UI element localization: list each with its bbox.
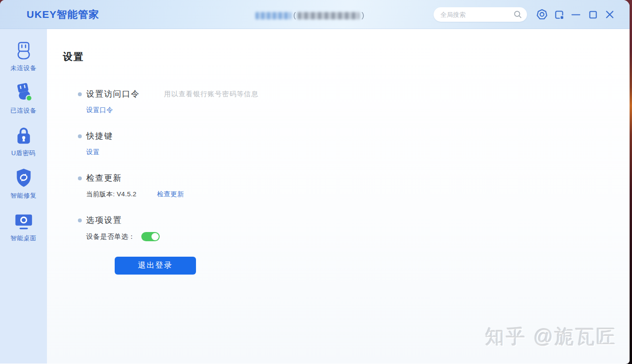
sidebar-item-label: 未连设备: [11, 64, 37, 73]
sidebar-item-connected-devices[interactable]: 已连设备: [0, 83, 47, 115]
settings-icon[interactable]: [536, 9, 548, 20]
sidebar-item-label: 已连设备: [11, 106, 37, 115]
section-title: 设置访问口令: [86, 88, 140, 100]
sidebar-item-label: 智能桌面: [11, 234, 37, 243]
section-options: 选项设置 设备是否单选：: [78, 215, 630, 242]
shortcut-settings-link[interactable]: 设置: [86, 147, 100, 158]
masked-username: [256, 12, 291, 19]
bullet-icon: [78, 218, 82, 222]
paren-close: ): [361, 11, 364, 20]
toggle-knob: [151, 233, 159, 240]
app-window: UKEY智能管家 ( ): [0, 0, 630, 364]
app-title: UKEY智能管家: [27, 8, 99, 21]
single-select-label: 设备是否单选：: [86, 231, 135, 242]
lock-icon: [15, 125, 33, 146]
sidebar-item-smart-desktop[interactable]: 智能桌面: [0, 210, 47, 243]
sidebar-item-smart-repair[interactable]: 智能修复: [0, 168, 47, 200]
paren-open: (: [293, 11, 296, 20]
current-version-text: 当前版本: V4.5.2: [86, 189, 136, 200]
single-select-toggle[interactable]: [141, 232, 160, 241]
desktop-background: UKEY智能管家 ( ): [0, 0, 632, 364]
section-check-update: 检查更新 当前版本: V4.5.2 检查更新: [78, 173, 630, 200]
section-hint: 用以查看银行账号密码等信息: [164, 90, 258, 99]
sidebar-item-ushield-password[interactable]: U盾密码: [0, 125, 47, 158]
close-icon[interactable]: [604, 9, 616, 20]
maximize-icon[interactable]: [587, 9, 599, 20]
section-title: 快捷键: [86, 131, 113, 142]
bullet-icon: [78, 92, 82, 96]
logout-button[interactable]: 退出登录: [115, 257, 196, 275]
watermark: 知乎 @旎瓦匠: [485, 323, 617, 350]
minimize-icon[interactable]: [570, 9, 582, 20]
check-update-link[interactable]: 检查更新: [157, 189, 184, 200]
section-access-password: 设置访问口令 用以查看银行账号密码等信息 设置口令: [78, 88, 630, 116]
sidebar-item-label: U盾密码: [11, 149, 35, 158]
settings-page: 设置 设置访问口令 用以查看银行账号密码等信息 设置口令: [47, 29, 630, 364]
shield-sync-icon: [15, 168, 33, 188]
masked-ip: [298, 12, 360, 19]
desktop-icon: [14, 210, 34, 231]
plug-outline-icon: [15, 40, 33, 60]
title-bar-controls: [434, 0, 616, 29]
search-icon[interactable]: [513, 10, 523, 21]
global-search: [434, 7, 527, 22]
mini-mode-icon[interactable]: [553, 9, 565, 20]
sidebar-item-label: 智能修复: [11, 191, 37, 200]
bullet-icon: [78, 134, 82, 138]
sidebar: 未连设备 已连设备: [0, 29, 47, 364]
title-bar: UKEY智能管家 ( ): [0, 0, 630, 29]
section-title: 选项设置: [86, 215, 122, 226]
page-title: 设置: [47, 29, 630, 63]
sidebar-item-unconnected-devices[interactable]: 未连设备: [0, 40, 47, 73]
plug-connected-icon: [14, 83, 34, 103]
user-info-masked: ( ): [256, 11, 364, 20]
section-shortcut-keys: 快捷键 设置: [78, 131, 630, 158]
section-title: 检查更新: [86, 173, 122, 184]
bullet-icon: [78, 176, 82, 180]
set-password-link[interactable]: 设置口令: [86, 105, 113, 116]
